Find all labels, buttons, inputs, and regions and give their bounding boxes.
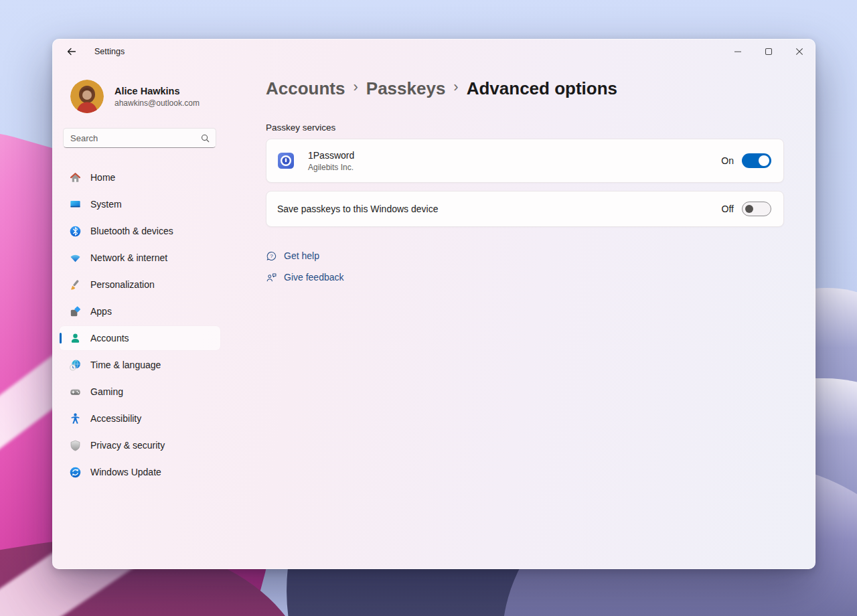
system-icon — [68, 198, 82, 211]
sidebar-item-bluetooth-devices[interactable]: Bluetooth & devices — [60, 219, 220, 243]
sidebar-item-gaming[interactable]: Gaming — [60, 380, 220, 404]
sidebar-item-label: System — [90, 199, 122, 210]
user-email: ahawkins@outlook.com — [114, 98, 200, 108]
toggle-state-label: Off — [722, 204, 734, 214]
give-feedback-link[interactable]: Give feedback — [266, 268, 344, 286]
sidebar-item-label: Bluetooth & devices — [90, 226, 173, 236]
close-button[interactable] — [784, 40, 815, 64]
accounts-icon — [68, 331, 82, 345]
settings-window: Settings — [52, 39, 815, 569]
minimize-button[interactable] — [722, 40, 753, 64]
home-icon — [68, 171, 82, 184]
window-controls — [722, 40, 815, 64]
breadcrumb-passkeys[interactable]: Passkeys — [366, 77, 446, 100]
link-label: Get help — [284, 250, 319, 261]
sidebar-item-network-internet[interactable]: Network & internet — [60, 246, 220, 270]
save-passkeys-toggle[interactable] — [742, 202, 771, 216]
provider-publisher: Agilebits Inc. — [308, 163, 354, 172]
save-passkeys-label: Save passkeys to this Windows device — [277, 204, 438, 214]
main-content: Accounts › Passkeys › Advanced options P… — [266, 64, 784, 568]
search-input[interactable] — [70, 133, 200, 143]
link-label: Give feedback — [284, 272, 344, 283]
window-title: Settings — [94, 47, 125, 56]
1password-icon — [277, 152, 295, 169]
toggle-knob — [745, 205, 753, 213]
back-arrow-icon — [66, 46, 77, 57]
help-links: ? Get help Give feedback — [266, 247, 784, 286]
sidebar-nav: Home System Bluetooth & devices — [53, 165, 266, 484]
breadcrumb-current-page: Advanced options — [467, 77, 617, 100]
svg-text:?: ? — [270, 253, 273, 259]
privacy-security-icon — [68, 439, 82, 452]
minimize-icon — [734, 48, 742, 56]
gaming-icon — [68, 385, 82, 398]
save-passkeys-toggle-group: Off — [722, 202, 771, 216]
sidebar-item-label: Gaming — [90, 386, 123, 397]
sidebar-item-apps[interactable]: Apps — [60, 299, 220, 323]
close-icon — [795, 48, 803, 56]
section-label: Passkey services — [266, 123, 784, 133]
bluetooth-icon — [68, 224, 82, 238]
feedback-icon — [266, 272, 277, 283]
breadcrumb-accounts[interactable]: Accounts — [266, 77, 345, 100]
sidebar-item-label: Time & language — [90, 360, 161, 370]
sidebar-item-windows-update[interactable]: Windows Update — [60, 460, 220, 484]
sidebar-item-label: Apps — [90, 306, 112, 317]
sidebar-item-label: Accounts — [90, 333, 129, 343]
help-icon: ? — [266, 250, 277, 262]
sidebar-item-label: Privacy & security — [90, 440, 165, 451]
sidebar-item-label: Windows Update — [90, 467, 161, 477]
sidebar-item-label: Network & internet — [90, 252, 167, 263]
time-language-icon — [68, 358, 82, 372]
sidebar-item-personalization[interactable]: Personalization — [60, 273, 220, 297]
provider-name: 1Password — [308, 150, 354, 161]
save-passkeys-card: Save passkeys to this Windows device Off — [266, 191, 784, 227]
chevron-right-icon: › — [353, 76, 358, 100]
chevron-right-icon: › — [453, 76, 458, 100]
sidebar-item-label: Accessibility — [90, 413, 141, 424]
get-help-link[interactable]: ? Get help — [266, 247, 319, 264]
sidebar: Alice Hawkins ahawkins@outlook.com Home — [53, 64, 266, 568]
sidebar-item-home[interactable]: Home — [60, 165, 220, 189]
windows-update-icon — [68, 465, 82, 479]
user-profile[interactable]: Alice Hawkins ahawkins@outlook.com — [70, 80, 266, 113]
maximize-icon — [765, 48, 773, 56]
sidebar-item-label: Home — [90, 172, 115, 183]
desktop-wallpaper: Settings — [0, 0, 857, 616]
accessibility-icon — [68, 412, 82, 425]
apps-icon — [68, 305, 82, 318]
passkey-provider-card: 1Password Agilebits Inc. On — [266, 139, 784, 183]
sidebar-item-label: Personalization — [90, 279, 155, 290]
search-box — [63, 128, 216, 148]
back-button[interactable] — [61, 42, 82, 61]
sidebar-item-accounts[interactable]: Accounts — [60, 326, 220, 350]
user-name: Alice Hawkins — [114, 86, 200, 96]
maximize-button[interactable] — [753, 40, 784, 64]
sidebar-item-accessibility[interactable]: Accessibility — [60, 406, 220, 431]
selection-indicator — [60, 333, 62, 343]
toggle-knob — [759, 155, 769, 166]
avatar — [70, 80, 104, 113]
search-icon — [200, 133, 210, 143]
provider-text: 1Password Agilebits Inc. — [308, 150, 354, 172]
1password-toggle[interactable] — [742, 153, 771, 168]
provider-toggle-group: On — [721, 153, 771, 168]
sidebar-item-privacy-security[interactable]: Privacy & security — [60, 433, 220, 457]
profile-text: Alice Hawkins ahawkins@outlook.com — [114, 86, 200, 108]
breadcrumb: Accounts › Passkeys › Advanced options — [266, 76, 784, 100]
titlebar: Settings — [53, 40, 815, 64]
personalization-icon — [68, 278, 82, 291]
sidebar-item-time-language[interactable]: Time & language — [60, 353, 220, 377]
toggle-state-label: On — [721, 155, 734, 166]
sidebar-item-system[interactable]: System — [60, 192, 220, 216]
provider-info: 1Password Agilebits Inc. — [277, 150, 354, 172]
network-icon — [68, 251, 82, 264]
